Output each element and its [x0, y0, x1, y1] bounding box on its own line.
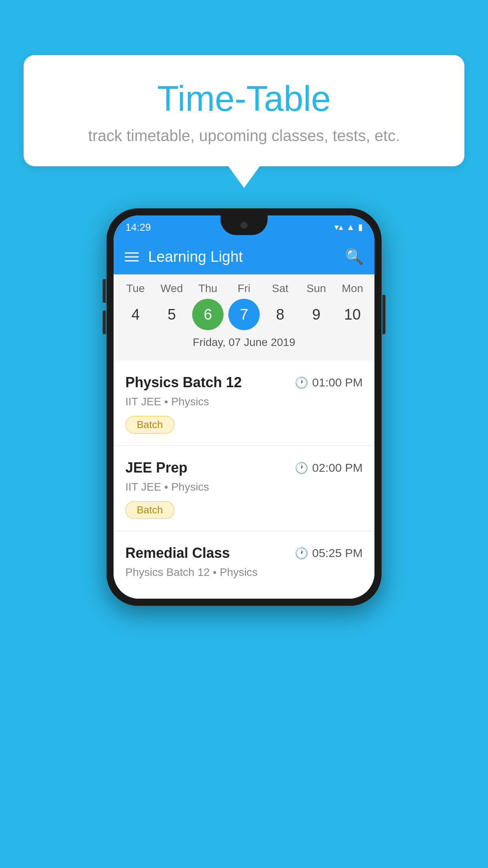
- class-meta-1: IIT JEE • Physics: [125, 395, 363, 408]
- speech-bubble-container: Time-Table track timetable, upcoming cla…: [24, 55, 464, 188]
- power-button: [382, 295, 385, 334]
- app-title: Learning Light: [148, 248, 336, 265]
- class-time-value-2: 02:00 PM: [312, 461, 363, 474]
- clock-icon-2: 🕐: [295, 462, 308, 474]
- class-time-3: 🕐 05:25 PM: [295, 546, 363, 560]
- class-item-2[interactable]: JEE Prep 🕐 02:00 PM IIT JEE • Physics Ba…: [114, 446, 374, 531]
- day-label-thu: Thu: [192, 282, 224, 295]
- day-numbers: 4 5 6 7 8 9 10: [114, 299, 374, 330]
- day-label-mon: Mon: [337, 282, 368, 295]
- batch-badge-1: Batch: [125, 416, 174, 434]
- notch: [220, 215, 268, 235]
- volume-down-button: [103, 311, 106, 334]
- class-name-3: Remedial Class: [125, 545, 230, 561]
- menu-line-3: [125, 260, 139, 261]
- class-time-value-3: 05:25 PM: [312, 546, 363, 560]
- day-label-sat: Sat: [264, 282, 296, 295]
- day-label-tue: Tue: [120, 282, 151, 295]
- class-time-1: 🕐 01:00 PM: [295, 376, 363, 389]
- day-label-fri: Fri: [228, 282, 260, 295]
- clock-icon-1: 🕐: [295, 376, 308, 389]
- day-8[interactable]: 8: [264, 299, 296, 330]
- phone-screen: 14:29 ▾▴ ▲ ▮ Learning Light 🔍: [114, 215, 374, 599]
- volume-up-button: [103, 279, 106, 303]
- camera-dot: [240, 222, 248, 229]
- class-name-2: JEE Prep: [125, 460, 187, 476]
- status-icons: ▾▴ ▲ ▮: [334, 222, 363, 232]
- batch-badge-2: Batch: [125, 501, 174, 519]
- class-time-2: 🕐 02:00 PM: [295, 461, 363, 474]
- speech-bubble: Time-Table track timetable, upcoming cla…: [24, 55, 464, 166]
- day-label-wed: Wed: [156, 282, 187, 295]
- day-label-sun: Sun: [301, 282, 332, 295]
- app-bar: Learning Light 🔍: [114, 239, 374, 274]
- class-name-1: Physics Batch 12: [125, 374, 242, 391]
- class-item-1-header: Physics Batch 12 🕐 01:00 PM: [125, 374, 363, 391]
- menu-icon[interactable]: [125, 252, 139, 261]
- bubble-tail: [228, 166, 260, 188]
- bubble-subtitle: track timetable, upcoming classes, tests…: [55, 127, 433, 145]
- day-headers: Tue Wed Thu Fri Sat Sun Mon: [114, 282, 374, 295]
- status-bar: 14:29 ▾▴ ▲ ▮: [114, 215, 374, 239]
- search-icon[interactable]: 🔍: [345, 248, 363, 265]
- status-time: 14:29: [125, 221, 151, 234]
- class-item-2-header: JEE Prep 🕐 02:00 PM: [125, 460, 363, 476]
- day-6-today[interactable]: 6: [192, 299, 224, 330]
- class-list: Physics Batch 12 🕐 01:00 PM IIT JEE • Ph…: [114, 360, 374, 599]
- menu-line-1: [125, 252, 139, 254]
- class-item-3[interactable]: Remedial Class 🕐 05:25 PM Physics Batch …: [114, 531, 374, 599]
- calendar-strip: Tue Wed Thu Fri Sat Sun Mon 4 5 6 7 8 9 …: [114, 274, 374, 360]
- phone-container: 14:29 ▾▴ ▲ ▮ Learning Light 🔍: [106, 208, 382, 606]
- signal-icon: ▲: [346, 222, 355, 232]
- battery-icon: ▮: [358, 222, 363, 232]
- day-10[interactable]: 10: [337, 299, 368, 330]
- class-item-3-header: Remedial Class 🕐 05:25 PM: [125, 545, 363, 561]
- bubble-title: Time-Table: [55, 79, 433, 119]
- day-5[interactable]: 5: [156, 299, 187, 330]
- class-meta-3: Physics Batch 12 • Physics: [125, 566, 363, 579]
- class-item-1[interactable]: Physics Batch 12 🕐 01:00 PM IIT JEE • Ph…: [114, 360, 374, 446]
- day-7-selected[interactable]: 7: [228, 299, 260, 330]
- wifi-icon: ▾▴: [334, 222, 343, 232]
- selected-date-label: Friday, 07 June 2019: [114, 330, 374, 357]
- day-4[interactable]: 4: [120, 299, 151, 330]
- clock-icon-3: 🕐: [295, 547, 308, 560]
- day-9[interactable]: 9: [301, 299, 332, 330]
- menu-line-2: [125, 256, 139, 257]
- phone-frame: 14:29 ▾▴ ▲ ▮ Learning Light 🔍: [106, 208, 382, 606]
- class-time-value-1: 01:00 PM: [312, 376, 363, 389]
- class-meta-2: IIT JEE • Physics: [125, 481, 363, 493]
